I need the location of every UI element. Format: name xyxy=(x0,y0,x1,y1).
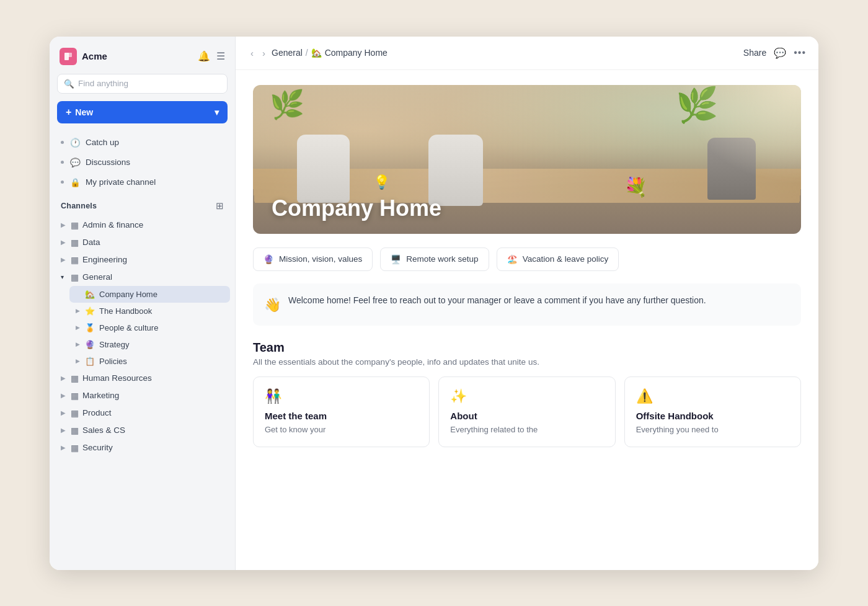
channel-icon: ▦ xyxy=(71,255,79,265)
more-options-icon[interactable]: ••• xyxy=(794,47,806,58)
wave-icon: 👋 xyxy=(264,294,281,316)
meet-team-icon: 👫 xyxy=(265,388,418,404)
nav-item-catch-up[interactable]: 🕐 Catch up xyxy=(55,133,230,152)
channel-icon: ▦ xyxy=(71,373,79,383)
channels-list: ▶ ▦ Admin & finance ▶ ▦ Data ▶ ▦ Enginee… xyxy=(50,216,235,570)
topbar-left: ‹ › General / 🏡 Company Home xyxy=(248,45,388,61)
share-button[interactable]: Share xyxy=(743,48,766,58)
channel-label: Sales & CS xyxy=(82,426,125,435)
quick-links: 🔮 Mission, vision, values 🖥️ Remote work… xyxy=(253,247,801,271)
chevron-right-icon: ▶ xyxy=(61,239,67,246)
new-button-label: New xyxy=(75,107,93,117)
offsite-desc: Everything you need to xyxy=(636,424,789,436)
breadcrumb-emoji: 🏡 xyxy=(311,48,322,58)
mission-label: Mission, vision, values xyxy=(279,254,362,264)
search-box[interactable]: 🔍 Find anything xyxy=(57,74,228,94)
bell-icon[interactable]: 🔔 xyxy=(198,50,210,62)
page-body: 🌿 🌿 💐 💡 Company Home 🔮 Mission, vision, … xyxy=(236,70,818,570)
channel-label: Human Resources xyxy=(82,373,152,383)
sidebar-nav: 🕐 Catch up 💬 Discussions 🔒 My private ch… xyxy=(50,133,235,192)
forward-button[interactable]: › xyxy=(260,45,268,61)
channel-child-the-handbook[interactable]: ▶ ⭐ The Handbook xyxy=(69,303,230,319)
plant-left: 🌿 xyxy=(270,88,304,121)
topbar-right: Share 💬 ••• xyxy=(743,47,806,59)
hero-image: 🌿 🌿 💐 💡 Company Home xyxy=(253,85,801,234)
chevron-right-icon: ▶ xyxy=(76,324,81,331)
vacation-icon: 🏖️ xyxy=(507,254,518,264)
vacation-label: Vacation & leave policy xyxy=(523,254,609,264)
team-section-title: Team xyxy=(253,341,801,355)
nav-item-discussions[interactable]: 💬 Discussions xyxy=(55,153,230,172)
channel-human-resources[interactable]: ▶ ▦ Human Resources xyxy=(55,370,230,387)
dot-icon xyxy=(61,180,64,184)
channel-sales-cs[interactable]: ▶ ▦ Sales & CS xyxy=(55,422,230,439)
new-button[interactable]: + New ▾ xyxy=(57,101,228,123)
menu-icon[interactable]: ☰ xyxy=(216,50,225,62)
channel-label: General xyxy=(82,272,112,282)
policies-emoji: 📋 xyxy=(85,357,95,366)
meet-team-title: Meet the team xyxy=(265,411,418,421)
comment-icon[interactable]: 💬 xyxy=(774,47,786,59)
topbar: ‹ › General / 🏡 Company Home Share 💬 ••• xyxy=(236,37,818,70)
channel-icon: ▦ xyxy=(71,443,79,453)
team-cards-grid: 👫 Meet the team Get to know your ✨ About… xyxy=(253,377,801,448)
channel-icon: ▦ xyxy=(71,408,79,418)
discussions-label: Discussions xyxy=(86,158,130,167)
channel-child-company-home[interactable]: 🏡 Company Home xyxy=(69,286,230,303)
channel-engineering[interactable]: ▶ ▦ Engineering xyxy=(55,251,230,269)
channel-data[interactable]: ▶ ▦ Data xyxy=(55,234,230,251)
chevron-right-icon: ▶ xyxy=(76,341,81,347)
back-button[interactable]: ‹ xyxy=(248,45,256,61)
team-card-meet-team[interactable]: 👫 Meet the team Get to know your xyxy=(253,377,430,448)
channel-security[interactable]: ▶ ▦ Security xyxy=(55,439,230,457)
lock-icon: 🔒 xyxy=(70,177,81,187)
channel-child-policies[interactable]: ▶ 📋 Policies xyxy=(69,353,230,370)
discussions-icon: 💬 xyxy=(70,158,81,167)
channels-label: Channels xyxy=(61,202,97,210)
channel-general[interactable]: ▾ ▦ General xyxy=(55,269,230,286)
meet-team-desc: Get to know your xyxy=(265,424,418,436)
chevron-right-icon: ▶ xyxy=(76,308,81,314)
team-card-offsite[interactable]: ⚠️ Offsite Handbook Everything you need … xyxy=(624,377,801,448)
new-btn-left: + New xyxy=(66,107,93,118)
nav-item-private-channel[interactable]: 🔒 My private channel xyxy=(55,173,230,192)
quick-link-mission[interactable]: 🔮 Mission, vision, values xyxy=(253,247,373,271)
channels-add-icon[interactable]: ⊞ xyxy=(216,200,224,212)
chevron-down-icon: ▾ xyxy=(61,274,67,280)
chevron-right-icon: ▶ xyxy=(61,409,67,416)
quick-link-vacation[interactable]: 🏖️ Vacation & leave policy xyxy=(497,247,619,271)
catch-up-label: Catch up xyxy=(86,138,119,147)
breadcrumb-parent[interactable]: General xyxy=(272,48,303,58)
search-placeholder: Find anything xyxy=(78,79,128,88)
team-card-about[interactable]: ✨ About Everything related to the xyxy=(438,377,615,448)
handbook-label: The Handbook xyxy=(99,306,152,316)
about-icon: ✨ xyxy=(450,388,603,404)
channel-admin-finance[interactable]: ▶ ▦ Admin & finance xyxy=(55,216,230,234)
channel-child-strategy[interactable]: ▶ 🔮 Strategy xyxy=(69,336,230,353)
chevron-right-icon: ▶ xyxy=(61,221,67,228)
general-children: 🏡 Company Home ▶ ⭐ The Handbook ▶ 🏅 Peop… xyxy=(55,286,230,370)
sidebar-logo: Acme xyxy=(60,48,107,65)
quick-link-remote[interactable]: 🖥️ Remote work setup xyxy=(380,247,489,271)
channel-icon: ▦ xyxy=(71,426,79,435)
chevron-right-icon: ▶ xyxy=(61,392,67,399)
dot-icon xyxy=(61,161,64,164)
chevron-right-icon: ▶ xyxy=(61,375,67,381)
dot-icon xyxy=(61,141,64,144)
channel-child-people-culture[interactable]: ▶ 🏅 People & culture xyxy=(69,319,230,336)
channel-product[interactable]: ▶ ▦ Product xyxy=(55,404,230,422)
channel-label: Engineering xyxy=(82,255,127,264)
breadcrumb-current: Company Home xyxy=(325,48,388,58)
company-home-label: Company Home xyxy=(99,290,157,299)
breadcrumb: General / 🏡 Company Home xyxy=(272,48,388,58)
main-content: ‹ › General / 🏡 Company Home Share 💬 ••• xyxy=(236,37,818,570)
vase: 💐 xyxy=(624,176,647,198)
about-desc: Everything related to the xyxy=(450,424,603,436)
people-culture-label: People & culture xyxy=(99,323,158,332)
welcome-text: Welcome home! Feel free to reach out to … xyxy=(288,293,706,307)
channel-marketing[interactable]: ▶ ▦ Marketing xyxy=(55,387,230,404)
channel-icon: ▦ xyxy=(71,391,79,401)
channel-label: Security xyxy=(82,443,113,452)
chevron-right-icon: ▶ xyxy=(76,358,81,364)
dropdown-chevron-icon: ▾ xyxy=(215,107,219,117)
